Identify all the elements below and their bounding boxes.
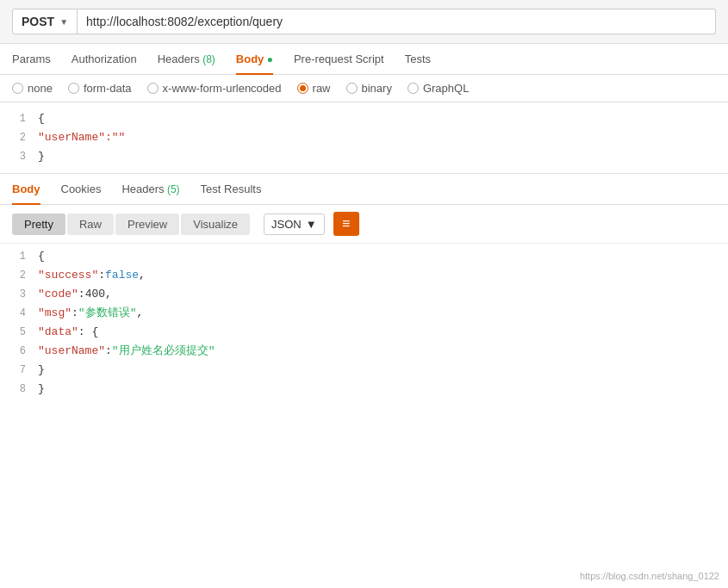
view-btn-pretty[interactable]: Pretty	[12, 214, 65, 235]
tab-body[interactable]: Body ●	[236, 44, 273, 74]
method-selector[interactable]: POST ▼	[12, 9, 78, 34]
url-input[interactable]	[78, 9, 716, 34]
url-bar: POST ▼	[0, 0, 728, 44]
resp-line-5: 5 "data": {	[0, 323, 728, 342]
resp-tab-cookies[interactable]: Cookies	[61, 174, 102, 204]
tab-headers[interactable]: Headers (8)	[158, 44, 215, 74]
resp-line-8: 8}	[0, 380, 728, 399]
radio-GraphQL[interactable]: GraphQL	[408, 82, 469, 95]
tab-authorization[interactable]: Authorization	[72, 44, 137, 74]
radio-raw[interactable]: raw	[297, 82, 331, 95]
view-btn-visualize[interactable]: Visualize	[181, 214, 250, 235]
request-line-1: 1{	[0, 109, 728, 128]
format-select[interactable]: JSON▼	[264, 214, 325, 235]
radio-circle-x-www-form-urlencoded	[147, 83, 159, 94]
resp-line-1: 1{	[0, 247, 728, 266]
wrap-button[interactable]: ≡	[333, 212, 359, 236]
resp-line-7: 7 }	[0, 361, 728, 380]
radio-circle-raw	[297, 83, 308, 94]
request-line-3: 3}	[0, 147, 728, 166]
response-section: BodyCookiesHeaders (5)Test Results Prett…	[0, 174, 728, 416]
radio-circle-form-data	[68, 83, 79, 94]
wrap-icon: ≡	[342, 216, 350, 232]
resp-line-2: 2 "success": false,	[0, 266, 728, 285]
request-tab-bar: ParamsAuthorizationHeaders (8)Body ●Pre-…	[0, 44, 728, 75]
request-line-2: 2"userName":""	[0, 128, 728, 147]
radio-circle-binary	[346, 83, 358, 94]
resp-tab-test-results[interactable]: Test Results	[201, 174, 262, 204]
view-btn-raw[interactable]: Raw	[67, 214, 114, 235]
method-arrow: ▼	[59, 17, 68, 27]
response-body: 1{2 "success": false,3 "code": 400,4 "ms…	[0, 244, 728, 416]
radio-form-data[interactable]: form-data	[68, 82, 132, 95]
view-toolbar: PrettyRawPreviewVisualizeJSON▼≡	[0, 205, 728, 244]
format-arrow: ▼	[306, 218, 317, 231]
resp-line-4: 4 "msg": "参数错误",	[0, 304, 728, 323]
resp-tab-body[interactable]: Body	[12, 174, 40, 204]
request-body-editor: 1{2"userName":""3}	[0, 102, 728, 174]
method-label: POST	[22, 15, 54, 28]
radio-x-www-form-urlencoded[interactable]: x-www-form-urlencoded	[147, 82, 282, 95]
radio-none[interactable]: none	[12, 82, 53, 95]
format-label: JSON	[271, 218, 302, 231]
view-btn-preview[interactable]: Preview	[115, 214, 179, 235]
radio-circle-none	[12, 83, 23, 94]
resp-line-3: 3 "code": 400,	[0, 285, 728, 304]
resp-tab-headers[interactable]: Headers (5)	[121, 174, 179, 204]
body-type-bar: noneform-datax-www-form-urlencodedrawbin…	[0, 75, 728, 102]
resp-line-6: 6 "userName": "用户姓名必须提交"	[0, 342, 728, 361]
tab-params[interactable]: Params	[12, 44, 51, 74]
tab-pre-request-script[interactable]: Pre-request Script	[294, 44, 384, 74]
tab-tests[interactable]: Tests	[405, 44, 431, 74]
radio-binary[interactable]: binary	[346, 82, 392, 95]
response-tab-bar: BodyCookiesHeaders (5)Test Results	[0, 174, 728, 205]
radio-circle-GraphQL	[408, 83, 419, 94]
